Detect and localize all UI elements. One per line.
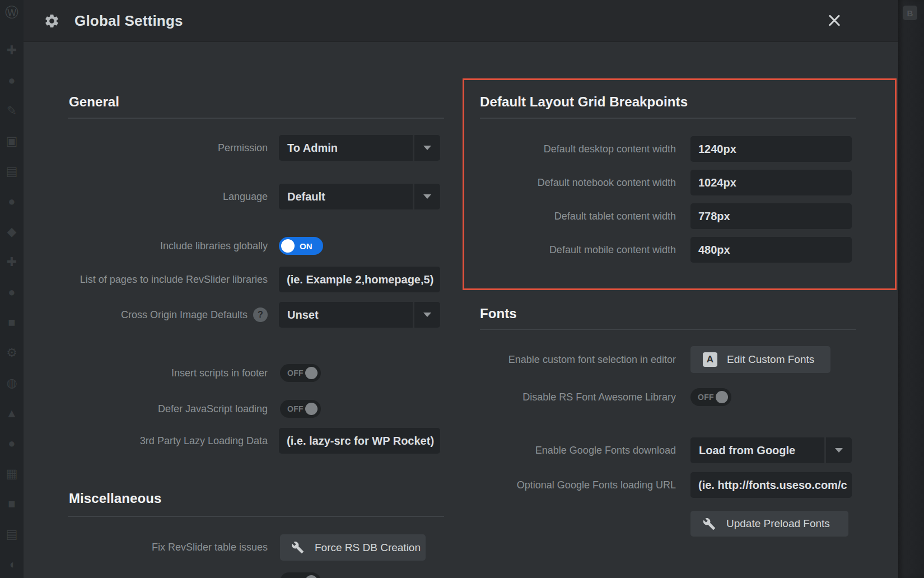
partial-bottom-toggle[interactable]: OFF: [280, 572, 321, 578]
toggle-knob: [305, 575, 318, 578]
mobile-width-input[interactable]: 480px: [690, 237, 852, 263]
label-fix-tables: Fix RevSlider table issues: [69, 534, 268, 561]
lazy-data-input[interactable]: (i.e. lazy-src for WP Rocket): [279, 428, 440, 454]
section-title-breakpoints: Default Layout Grid Breakpoints: [480, 94, 688, 110]
edit-custom-fonts-button[interactable]: A Edit Custom Fonts: [690, 346, 830, 373]
label-desktop-width: Default desktop content width: [480, 136, 676, 162]
label-include-libraries: Include libraries globally: [69, 237, 268, 255]
label-defer-js: Defer JavaScript loading: [69, 400, 268, 418]
label-google-download: Enable Google Fonts download: [480, 437, 676, 463]
google-download-select[interactable]: Load from Google: [690, 437, 852, 463]
wp-menu-icon-extra3[interactable]: ▦: [4, 466, 20, 482]
wp-menu-icon-extra4[interactable]: ■: [4, 496, 20, 512]
wp-menu-icon-dashboard[interactable]: ●: [4, 73, 20, 88]
chevron-down-icon: [414, 135, 440, 161]
toggle-knob: [305, 367, 318, 379]
wp-menu-icon-settings[interactable]: ⚙: [4, 345, 20, 361]
divider-breakpoints: [480, 118, 856, 119]
font-a-icon: A: [703, 352, 717, 367]
gear-icon: [44, 13, 60, 29]
toggle-knob: [716, 391, 728, 403]
help-icon[interactable]: ?: [253, 307, 268, 322]
update-preload-fonts-button[interactable]: Update Preload Fonts: [690, 511, 848, 537]
wp-menu-icon-extra2[interactable]: ●: [4, 436, 20, 451]
wp-menu-icon-media[interactable]: ▣: [4, 133, 20, 149]
wp-menu-icon-pages[interactable]: ▤: [4, 164, 20, 179]
section-title-fonts: Fonts: [480, 306, 517, 321]
desktop-width-input[interactable]: 1240px: [690, 136, 852, 162]
divider-general: [68, 118, 444, 119]
wp-menu-icon-tools[interactable]: ■: [4, 315, 20, 330]
include-libraries-toggle[interactable]: ON: [279, 237, 323, 255]
label-insert-scripts: Insert scripts in footer: [69, 364, 268, 382]
modal-title: Global Settings: [74, 0, 183, 42]
toggle-knob: [281, 239, 295, 253]
label-tablet-width: Default tablet content width: [480, 203, 676, 229]
divider-miscellaneous: [68, 516, 444, 517]
label-cross-origin: Cross Origin Image Defaults ?: [69, 302, 268, 328]
label-mobile-width: Default mobile content width: [480, 237, 676, 263]
chevron-down-icon: [414, 302, 440, 328]
background-page-strip: B: [898, 0, 924, 578]
wrench-icon: [703, 518, 716, 530]
notebook-width-input[interactable]: 1024px: [690, 170, 852, 195]
label-language: Language: [69, 184, 268, 209]
wp-menu-icon-appearance[interactable]: ◆: [4, 224, 20, 240]
google-url-input[interactable]: (ie. http://fonts.useso.com/c: [690, 472, 852, 498]
label-permission: Permission: [69, 135, 268, 161]
label-pages-list: List of pages to include RevSlider libra…: [69, 267, 268, 292]
wp-menu-icon-collapse[interactable]: ◖: [4, 557, 20, 572]
divider-fonts: [480, 329, 856, 330]
permission-select[interactable]: To Admin: [279, 135, 440, 161]
page: Ⓦ✚●✎▣▤●◆✚●■⚙◍▲●▦■▤◖ B Global Settings Ge…: [0, 0, 924, 578]
wp-menu-icon-plugins[interactable]: ✚: [4, 43, 20, 58]
tablet-width-input[interactable]: 778px: [690, 203, 852, 229]
wp-menu-icon-slider[interactable]: ◍: [4, 375, 20, 391]
label-notebook-width: Default notebook content width: [480, 170, 676, 195]
wp-menu-icon-users[interactable]: ●: [4, 285, 20, 300]
wp-admin-sidebar: Ⓦ✚●✎▣▤●◆✚●■⚙◍▲●▦■▤◖: [0, 0, 24, 578]
font-awesome-toggle[interactable]: OFF: [690, 388, 731, 406]
wp-menu-icon-plugins2[interactable]: ✚: [4, 254, 20, 270]
language-select[interactable]: Default: [279, 184, 440, 209]
wp-menu-icon-comments[interactable]: ●: [4, 194, 20, 209]
wrench-icon: [291, 541, 304, 554]
wordpress-logo-icon[interactable]: Ⓦ: [4, 4, 20, 20]
defer-js-toggle[interactable]: OFF: [280, 400, 321, 418]
wp-menu-icon-extra1[interactable]: ▲: [4, 405, 20, 421]
section-title-miscellaneous: Miscellaneous: [69, 491, 161, 506]
insert-scripts-toggle[interactable]: OFF: [280, 364, 321, 382]
background-app-icon: B: [903, 6, 917, 20]
close-icon[interactable]: [825, 12, 843, 30]
chevron-down-icon: [826, 437, 852, 463]
chevron-down-icon: [414, 184, 440, 209]
wp-menu-icon-extra5[interactable]: ▤: [4, 526, 20, 542]
force-db-creation-button[interactable]: Force RS DB Creation: [280, 534, 426, 561]
pages-list-input[interactable]: (ie. Example 2,homepage,5): [279, 267, 440, 292]
modal-header: Global Settings: [24, 0, 898, 42]
label-lazy-data: 3rd Party Lazy Loading Data: [69, 428, 268, 454]
wp-menu-icon-posts[interactable]: ✎: [4, 103, 20, 119]
label-custom-fonts: Enable custom font selection in editor: [480, 346, 676, 373]
section-title-general: General: [69, 94, 119, 110]
label-google-url: Optional Google Fonts loading URL: [480, 472, 676, 498]
global-settings-modal: Global Settings General Permission To Ad…: [24, 0, 898, 578]
toggle-knob: [305, 403, 318, 415]
cross-origin-select[interactable]: Unset: [279, 302, 440, 328]
label-font-awesome: Disable RS Font Awesome Library: [480, 388, 676, 406]
